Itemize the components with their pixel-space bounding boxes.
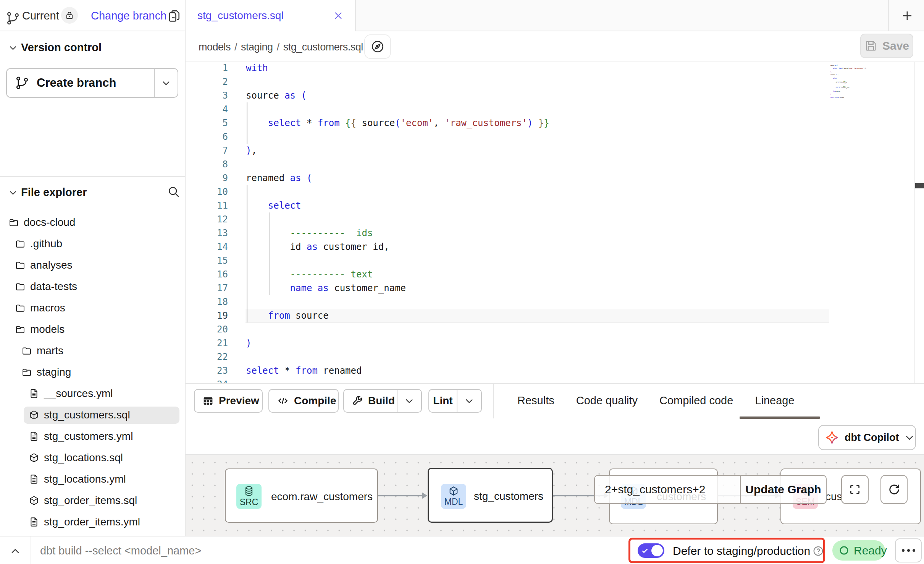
tab-results[interactable]: Results	[517, 394, 554, 407]
dot	[913, 549, 915, 552]
tree-item-stg-locations-yml[interactable]: stg_locations.yml	[0, 468, 185, 490]
code-line-2: 2	[186, 75, 549, 89]
tree-item-label: stg_order_items.sql	[44, 494, 137, 507]
preview-button[interactable]: Preview	[194, 389, 263, 413]
branch-lock-badge	[61, 7, 78, 24]
tree-item-label: stg_locations.yml	[44, 473, 126, 485]
folder-open-icon	[8, 217, 19, 228]
code-line-15: 15	[186, 254, 549, 267]
ready-circle-icon	[839, 545, 849, 556]
folder-icon	[15, 281, 26, 292]
fullscreen-icon	[848, 483, 861, 496]
dbt-cloud-ide: Current Change branch Version control	[0, 0, 924, 564]
tree-item-label: marts	[37, 345, 63, 357]
file-icon	[29, 474, 39, 485]
tab-code-quality[interactable]: Code quality	[576, 394, 638, 407]
fullscreen-button[interactable]	[841, 475, 869, 504]
tree-item-models[interactable]: models	[0, 319, 185, 340]
lineage-node-stg-customers[interactable]: MDL stg_customers	[428, 468, 553, 523]
git-branch-icon	[5, 11, 21, 26]
ready-label: Ready	[854, 544, 887, 557]
file-explorer-title: File explorer	[21, 186, 87, 199]
editor-minimap[interactable]: 1with23source as (45 select * from {{ so…	[830, 62, 866, 100]
lineage-canvas[interactable]: SRC ecom.raw_customers MDL stg_customers…	[186, 454, 924, 536]
command-input[interactable]: dbt build --select <model_name>	[40, 545, 201, 557]
chevron-down-icon	[404, 395, 415, 406]
editor-scrollbar-thumb[interactable]	[915, 183, 924, 188]
lineage-edge-arrow	[422, 493, 427, 499]
build-button[interactable]: Build	[343, 389, 422, 413]
tree-item-macros[interactable]: macros	[0, 297, 185, 319]
chevron-down-icon	[904, 432, 915, 443]
chevron-up-icon[interactable]	[10, 546, 21, 557]
explore-lineage-button[interactable]	[364, 34, 391, 59]
lineage-node-raw-customers[interactable]: SRC ecom.raw_customers	[225, 468, 378, 523]
save-button[interactable]: Save	[860, 34, 913, 58]
code-line-7: 7),	[186, 144, 549, 157]
tree-item-label: docs-cloud	[24, 216, 75, 229]
line-number: 5	[186, 116, 228, 130]
code-line-18: 18	[186, 295, 549, 309]
tab-close-icon[interactable]	[332, 10, 344, 22]
folder-icon	[21, 345, 32, 356]
defer-toggle[interactable]	[638, 543, 664, 558]
copilot-label: dbt Copilot	[845, 432, 899, 444]
tab-lineage[interactable]: Lineage	[755, 394, 794, 407]
compile-button[interactable]: Compile	[268, 389, 339, 413]
tree-item-stg-customers-sql[interactable]: stg_customers.sql	[0, 404, 185, 426]
tree-item-stg-order-items-yml[interactable]: stg_order_items.yml	[0, 511, 185, 533]
refresh-icon	[888, 483, 901, 496]
update-graph-button[interactable]: Update Graph	[741, 476, 826, 503]
change-branch-link[interactable]: Change branch	[91, 10, 166, 22]
dbt-copilot-button[interactable]: dbt Copilot	[818, 425, 916, 450]
tree-item-label: staging	[37, 366, 71, 378]
line-number: 20	[186, 323, 228, 336]
compile-label: Compile	[294, 395, 336, 407]
code-line-23: 23select * from renamed	[186, 364, 549, 378]
code-editor[interactable]: 1with23source as (45 select * from {{ so…	[186, 62, 924, 383]
copy-branch-icon[interactable]	[167, 9, 181, 23]
tab-stg-customers-sql[interactable]: stg_customers.sql	[186, 0, 356, 31]
tree-item-data-tests[interactable]: data-tests	[0, 276, 185, 297]
save-icon	[864, 39, 877, 52]
version-control-chevron-icon[interactable]	[8, 43, 18, 53]
tree-item-github[interactable]: .github	[0, 233, 185, 254]
tab-compiled-code[interactable]: Compiled code	[659, 394, 733, 407]
file-explorer-chevron-icon[interactable]	[8, 188, 18, 198]
help-icon[interactable]	[813, 545, 824, 557]
dot	[907, 549, 910, 552]
wrench-icon	[351, 395, 363, 407]
lock-icon	[65, 10, 74, 20]
tree-item-staging[interactable]: staging	[0, 361, 185, 383]
tree-item-docs-cloud[interactable]: docs-cloud	[0, 212, 185, 233]
tree-item-stg-order-items-sql[interactable]: stg_order_items.sql	[0, 490, 185, 511]
create-branch-label: Create branch	[37, 76, 116, 90]
new-tab-icon[interactable]	[900, 8, 914, 23]
tree-item-sources-yml[interactable]: __sources.yml	[0, 383, 185, 404]
create-branch-button[interactable]: Create branch	[6, 68, 178, 98]
line-number: 13	[186, 226, 228, 240]
code-line-5: 5 select * from {{ source('ecom', 'raw_c…	[186, 116, 549, 130]
tree-item-marts[interactable]: marts	[0, 340, 185, 361]
search-icon[interactable]	[167, 185, 181, 199]
build-label: Build	[368, 395, 395, 407]
lint-button[interactable]: Lint	[428, 389, 482, 413]
source-badge: SRC	[236, 484, 262, 509]
refresh-button[interactable]	[880, 475, 908, 504]
tree-item-stg-customers-yml[interactable]: stg_customers.yml	[0, 426, 185, 447]
tree-item-stg-locations-sql[interactable]: stg_locations.sql	[0, 447, 185, 468]
code-content[interactable]: 1with23source as (45 select * from {{ so…	[186, 62, 549, 383]
more-options-button[interactable]	[895, 538, 922, 562]
lineage-selector-input[interactable]: 2+stg_customers+2	[595, 476, 741, 503]
lint-dropdown[interactable]	[457, 390, 481, 412]
save-label: Save	[882, 39, 909, 52]
create-branch-dropdown[interactable]	[154, 69, 178, 97]
tree-item-analyses[interactable]: analyses	[0, 254, 185, 276]
cube-icon	[448, 486, 459, 496]
code-line-22: 22	[186, 350, 549, 364]
create-branch-main[interactable]: Create branch	[7, 69, 154, 97]
sidebar: Current Change branch Version control	[0, 0, 186, 536]
file-icon	[29, 388, 39, 399]
tree-item-label: analyses	[30, 259, 73, 271]
build-dropdown[interactable]	[397, 390, 421, 412]
